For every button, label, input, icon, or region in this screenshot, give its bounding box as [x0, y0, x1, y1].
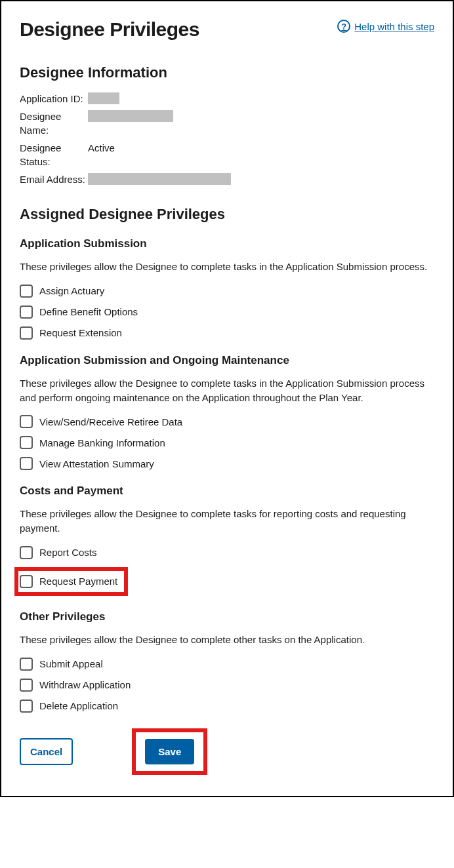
info-value-designee-name: [88, 109, 434, 137]
checkbox-report-costs[interactable]: [20, 546, 33, 559]
checkbox-row-request-extension: Request Extension: [20, 326, 434, 340]
checkbox-row-retiree-data: View/Send/Receive Retiree Data: [20, 415, 434, 428]
checkbox-row-request-payment: Request Payment: [20, 575, 117, 588]
section-desc-ongoing: These privileges allow the Designee to c…: [20, 376, 434, 405]
checkbox-label: Request Extension: [39, 327, 122, 338]
checkbox-banking[interactable]: [20, 436, 33, 449]
checkbox-label: Withdraw Application: [39, 679, 131, 690]
checkbox-label: Assign Actuary: [39, 285, 104, 296]
cancel-button[interactable]: Cancel: [20, 738, 73, 765]
privileges-heading: Assigned Designee Privileges: [20, 206, 434, 223]
checkbox-submit-appeal[interactable]: [20, 658, 33, 671]
checkbox-define-benefit[interactable]: [20, 306, 33, 319]
checkbox-label: Delete Application: [39, 700, 118, 711]
checkbox-assign-actuary[interactable]: [20, 285, 33, 298]
page-title: Designee Privileges: [20, 18, 199, 41]
designee-info-grid: Application ID: Designee Name: Designee …: [20, 92, 434, 186]
help-link[interactable]: ? Help with this step: [337, 20, 434, 33]
info-value-email: [88, 172, 434, 186]
checkbox-row-withdraw: Withdraw Application: [20, 679, 434, 692]
info-label-app-id: Application ID:: [20, 92, 88, 106]
checkbox-label: View Attestation Summary: [39, 458, 154, 469]
info-value-designee-status: Active: [88, 141, 434, 168]
section-desc-other: These privileges allow the Designee to c…: [20, 633, 434, 647]
checkbox-request-extension[interactable]: [20, 326, 33, 340]
designee-info-heading: Designee Information: [20, 64, 434, 81]
redacted-value: [88, 173, 231, 185]
checkbox-row-assign-actuary: Assign Actuary: [20, 285, 434, 298]
checkbox-row-delete-app: Delete Application: [20, 700, 434, 713]
checkbox-retiree-data[interactable]: [20, 415, 33, 428]
highlight-request-payment: Request Payment: [14, 567, 128, 596]
redacted-value: [88, 110, 173, 122]
checkbox-withdraw[interactable]: [20, 679, 33, 692]
checkbox-label: Report Costs: [39, 547, 97, 558]
help-icon: ?: [337, 20, 350, 33]
info-label-email: Email Address:: [20, 172, 88, 186]
checkbox-attestation[interactable]: [20, 457, 33, 470]
checkbox-row-submit-appeal: Submit Appeal: [20, 658, 434, 671]
checkbox-delete-app[interactable]: [20, 700, 33, 713]
page-container: Designee Privileges ? Help with this ste…: [0, 0, 454, 797]
save-button[interactable]: Save: [145, 739, 194, 764]
header-row: Designee Privileges ? Help with this ste…: [20, 18, 434, 64]
checkbox-label: Manage Banking Information: [39, 437, 165, 448]
section-title-other: Other Privileges: [20, 610, 434, 623]
checkbox-label: View/Send/Receive Retiree Data: [39, 416, 182, 427]
info-label-designee-status: Designee Status:: [20, 141, 88, 168]
info-value-app-id: [88, 92, 434, 106]
section-desc-app-submission: These privileges allow the Designee to c…: [20, 260, 434, 274]
checkbox-row-banking: Manage Banking Information: [20, 436, 434, 449]
checkbox-label: Submit Appeal: [39, 658, 103, 669]
section-title-app-submission: Application Submission: [20, 237, 434, 250]
highlight-save: Save: [132, 728, 207, 775]
checkbox-row-attestation: View Attestation Summary: [20, 457, 434, 470]
button-row: Cancel Save: [20, 728, 434, 775]
checkbox-row-define-benefit: Define Benefit Options: [20, 306, 434, 319]
section-title-ongoing: Application Submission and Ongoing Maint…: [20, 354, 434, 367]
section-desc-costs: These privileges allow the Designee to c…: [20, 507, 434, 536]
checkbox-label: Request Payment: [39, 576, 117, 587]
checkbox-row-report-costs: Report Costs: [20, 546, 434, 559]
help-link-label: Help with this step: [354, 21, 434, 32]
info-label-designee-name: Designee Name:: [20, 109, 88, 137]
redacted-value: [88, 92, 119, 104]
section-title-costs: Costs and Payment: [20, 484, 434, 498]
checkbox-label: Define Benefit Options: [39, 306, 138, 317]
checkbox-request-payment[interactable]: [20, 575, 33, 588]
